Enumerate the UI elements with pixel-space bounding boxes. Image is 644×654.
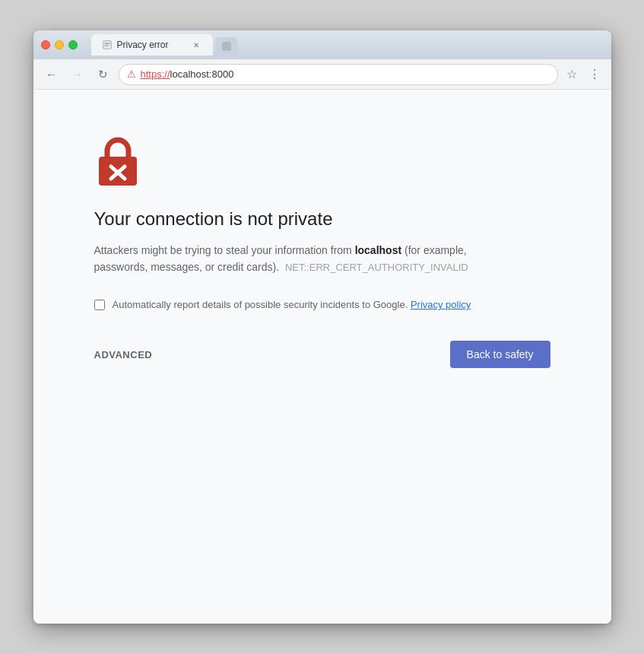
error-description: Attackers might be trying to steal your … (94, 242, 474, 276)
active-tab[interactable]: Privacy error ✕ (91, 34, 213, 56)
tab-favicon-icon (102, 40, 113, 50)
nav-bar: ← → ↻ ⚠ https://localhost:8000 ☆ ⋮ (33, 59, 611, 90)
error-icon-container (94, 135, 550, 190)
error-desc-domain: localhost (355, 244, 401, 256)
menu-button[interactable]: ⋮ (585, 65, 604, 84)
page-content: Your connection is not private Attackers… (33, 90, 611, 624)
svg-rect-3 (222, 42, 231, 51)
action-row: ADVANCED Back to safety (94, 341, 550, 368)
report-checkbox[interactable] (94, 300, 105, 310)
minimize-button[interactable] (55, 40, 64, 49)
address-right-controls: ☆ ⋮ (563, 65, 604, 84)
svg-rect-0 (103, 41, 111, 49)
warning-icon: ⚠ (127, 68, 136, 80)
address-text: https://localhost:8000 (141, 68, 550, 80)
address-host: localhost:8000 (170, 68, 234, 80)
address-protocol: https:// (141, 68, 170, 80)
maximize-button[interactable] (68, 40, 78, 49)
lock-error-icon (94, 135, 141, 187)
report-checkbox-label[interactable]: Automatically report details of possible… (113, 299, 471, 310)
privacy-policy-link[interactable]: Privacy policy (411, 299, 471, 310)
browser-window: Privacy error ✕ ← → ↻ ⚠ https://localhos… (33, 30, 611, 624)
report-checkbox-row: Automatically report details of possible… (94, 299, 550, 310)
checkbox-label-text: Automatically report details of possible… (113, 299, 408, 310)
tab-close-button[interactable]: ✕ (190, 39, 202, 51)
advanced-button[interactable]: ADVANCED (94, 349, 153, 360)
error-heading: Your connection is not private (94, 208, 550, 230)
tab-title: Privacy error (117, 40, 186, 50)
address-bar[interactable]: ⚠ https://localhost:8000 (119, 64, 558, 85)
back-nav-button[interactable]: ← (41, 64, 62, 85)
traffic-lights (41, 40, 78, 49)
tab-bar: Privacy error ✕ (91, 34, 604, 56)
error-code: NET::ERR_CERT_AUTHORITY_INVALID (285, 262, 468, 273)
new-tab-button[interactable] (216, 37, 237, 56)
close-button[interactable] (41, 40, 50, 49)
error-desc-before: Attackers might be trying to steal your … (94, 244, 355, 256)
forward-nav-button[interactable]: → (67, 64, 88, 85)
title-bar: Privacy error ✕ (33, 30, 611, 59)
reload-button[interactable]: ↻ (93, 64, 114, 85)
back-to-safety-button[interactable]: Back to safety (450, 341, 550, 368)
bookmark-button[interactable]: ☆ (563, 65, 581, 84)
